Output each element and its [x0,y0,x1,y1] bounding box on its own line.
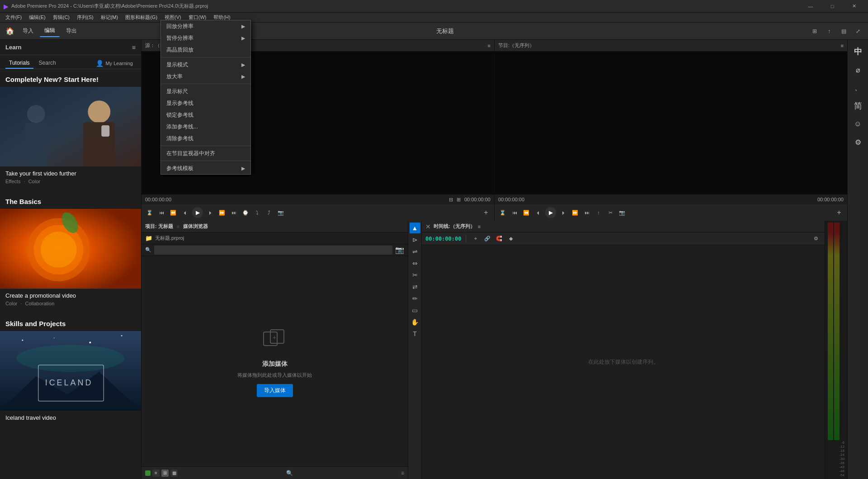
project-footer: ≡ ⊞ ▦ 🔍 ≡ [142,466,408,479]
learn-panel: Learn ≡ Tutorials Search 👤 My Learning C… [0,40,142,479]
menu-sequence[interactable]: 序列(S) [73,13,97,22]
program-prev-frame[interactable]: ⏴ [533,208,542,217]
panels-icon[interactable]: ▤ [837,25,850,38]
new-bin-icon[interactable] [145,470,151,476]
maximize-button[interactable]: □ [822,0,843,13]
source-monitor-menu[interactable]: ≡ [488,43,491,48]
ctx-item-pause-resolution[interactable]: 暂停分辨率 ▶ [161,32,250,44]
source-step-fwd[interactable]: ⏩ [217,208,226,217]
program-extract[interactable]: ✂ [606,208,615,217]
menu-graphics[interactable]: 图形和标题(G) [122,13,161,22]
razor-tool[interactable]: ✂ [410,270,420,280]
list-view-icon[interactable]: ≡ [152,470,160,477]
project-search-input[interactable] [154,246,392,255]
ctx-item-clear-guides[interactable]: 清除参考线 [161,133,250,144]
rectangle-tool[interactable]: ▭ [410,305,420,316]
tutorial-card-iceland[interactable]: ICELAND Iceland travel video [0,331,141,427]
ctx-item-show-rulers[interactable]: 显示标尺 [161,85,250,97]
icon-view-btn[interactable]: ▦ [170,470,178,477]
edit-button[interactable]: 编辑 [40,25,60,37]
export-button[interactable]: 导出 [61,25,81,37]
source-overwrite[interactable]: ⤴ [264,208,274,217]
rolling-edit-tool[interactable]: ⇔ [410,258,420,269]
ctx-item-show-guides[interactable]: 显示参考线 [161,97,250,109]
source-next-frame[interactable]: ⏵ [206,208,215,217]
timeline-magnet-icon[interactable]: 🧲 [494,234,504,244]
program-step-back-many[interactable]: ⏮ [510,208,519,217]
project-panel-sep: ≡ [177,224,179,229]
source-insert[interactable]: ⤵ [253,208,262,217]
right-tool-simplified[interactable]: 简 [850,98,866,114]
menu-marker[interactable]: 标记(M) [97,13,122,22]
ctx-item-add-guide[interactable]: 添加参考线... [161,121,250,133]
source-prev-frame[interactable]: ⏴ [180,208,189,217]
ctx-item-lock-guides[interactable]: 锁定参考线 [161,109,250,121]
type-tool[interactable]: T [410,328,420,339]
minimize-button[interactable]: — [800,0,821,13]
ctx-item-playback-resolution[interactable]: 回放分辨率 ▶ [161,20,250,32]
tutorial-card-first-video[interactable]: Take your first video further Effects · … [0,87,141,188]
tab-tutorials[interactable]: Tutorials [5,58,33,69]
source-mark-in[interactable]: ⌛ [145,208,154,217]
ctx-item-snap-in-monitor[interactable]: 在节目监视器中对齐 [161,147,250,159]
source-export-frame[interactable]: 📷 [276,208,285,217]
project-capture-icon[interactable]: 📷 [395,246,404,254]
my-learning-button[interactable]: 👤 My Learning [93,58,136,69]
home-button[interactable]: 🏠 [4,25,16,38]
source-step-back-many[interactable]: ⏮ [157,208,166,217]
program-add-btn[interactable]: + [835,208,844,217]
sort-icon[interactable]: ≡ [401,470,404,476]
program-step-fwd[interactable]: ⏩ [571,208,580,217]
timeline-linked-icon[interactable]: 🔗 [482,234,492,244]
tutorial-card-promo[interactable]: Create a promotional video Color · Colla… [0,209,141,310]
program-export-frame[interactable]: 📷 [618,208,627,217]
ctx-item-zoom[interactable]: 放大率 ▶ [161,71,250,82]
program-step-fwd-many[interactable]: ⏭ [582,208,591,217]
tab-search[interactable]: Search [35,58,60,69]
program-monitor-menu[interactable]: ≡ [841,43,844,48]
right-tool-comma[interactable]: 、 [850,80,866,96]
ctx-item-hq-playback[interactable]: 高品质回放 [161,44,250,56]
import-button[interactable]: 导入 [18,25,38,37]
right-tool-settings[interactable]: ⚙ [850,134,866,150]
timeline-snap-icon[interactable]: ⌖ [471,234,481,244]
search-footer-icon[interactable]: 🔍 [286,470,293,476]
right-tool-circle[interactable]: ⌀ [850,62,866,78]
timeline-settings-icon[interactable]: ⚙ [811,234,821,244]
ctx-item-guide-templates[interactable]: 参考线模板 ▶ [161,162,250,174]
timeline-close[interactable]: ✕ [425,223,431,230]
media-browser-title[interactable]: 媒体浏览器 [183,223,208,230]
import-media-button[interactable]: 导入媒体 [257,384,293,397]
menu-clip[interactable]: 剪辑(C) [49,13,73,22]
program-mark-in[interactable]: ⌛ [498,208,507,217]
pen-tool[interactable]: ✏ [410,293,420,304]
source-play-button[interactable]: ▶ [192,207,203,218]
program-step-back[interactable]: ⏪ [522,208,531,217]
source-mark-out[interactable]: ⌚ [241,208,250,217]
layout-icon[interactable]: ⤢ [852,25,864,38]
program-next-frame[interactable]: ⏵ [559,208,568,217]
source-step-fwd-many[interactable]: ⏭ [229,208,238,217]
share-icon[interactable]: ↑ [823,25,835,38]
fullscreen-icon[interactable]: ⊞ [808,25,821,38]
menu-file[interactable]: 文件(F) [2,13,25,22]
menu-edit[interactable]: 编辑(E) [25,13,49,22]
slip-tool[interactable]: ⇄ [410,281,420,292]
ctx-item-display-mode[interactable]: 显示模式 ▶ [161,59,250,71]
right-tool-chinese[interactable]: 中 [850,43,866,60]
program-lift[interactable]: ↑ [594,208,603,217]
grid-view-icon[interactable]: ⊞ [161,470,169,477]
source-step-back[interactable]: ⏪ [169,208,178,217]
selection-tool[interactable]: ▲ [410,223,420,233]
program-play-button[interactable]: ▶ [545,207,556,218]
track-select-tool[interactable]: ⊳ [410,234,420,245]
learn-menu-icon[interactable]: ≡ [132,44,136,51]
hand-tool[interactable]: ✋ [410,317,420,327]
tag-color2: Color [5,301,17,306]
ripple-edit-tool[interactable]: ⇌ [410,246,420,257]
source-add-btn[interactable]: + [481,208,491,217]
timeline-marker-icon[interactable]: ◆ [506,234,516,244]
right-tool-smiley[interactable]: ☺ [850,116,866,132]
close-button[interactable]: ✕ [844,0,864,13]
timeline-tools: ▲ ⊳ ⇌ ⇔ ✂ ⇄ ✏ ▭ ✋ T [408,221,422,479]
